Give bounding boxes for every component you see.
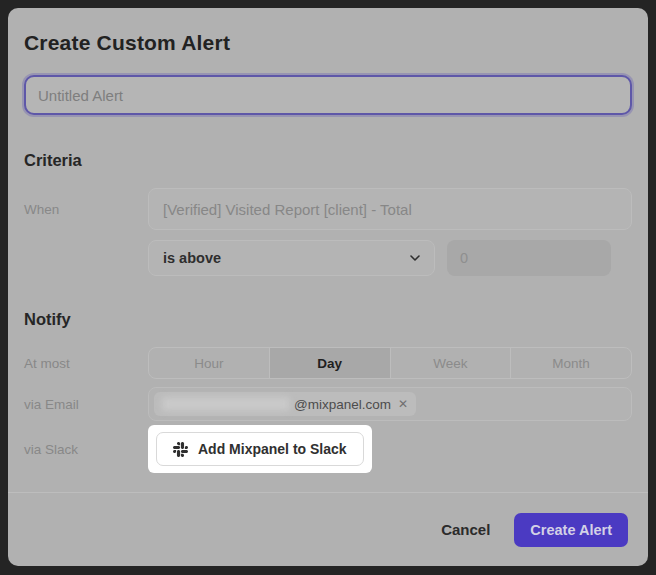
frequency-option-month[interactable]: Month <box>510 348 631 378</box>
chevron-down-icon <box>410 255 420 261</box>
dialog-title: Create Custom Alert <box>24 31 632 55</box>
slack-icon <box>173 442 188 457</box>
operator-dropdown[interactable]: is above <box>148 240 435 276</box>
create-alert-button[interactable]: Create Alert <box>514 513 628 547</box>
frequency-option-day[interactable]: Day <box>269 348 390 378</box>
via-email-label: via Email <box>24 397 148 412</box>
screen-backdrop: Create Custom Alert Criteria When [Verif… <box>0 0 656 575</box>
slack-row: via Slack <box>24 425 632 473</box>
create-custom-alert-dialog: Create Custom Alert Criteria When [Verif… <box>8 8 648 566</box>
criteria-heading: Criteria <box>24 151 632 170</box>
operator-row: is above 0 <box>24 240 632 276</box>
dialog-footer: Cancel Create Alert <box>8 492 648 566</box>
frequency-option-hour[interactable]: Hour <box>149 348 269 378</box>
when-row: When [Verified] Visited Report [client] … <box>24 188 632 230</box>
event-value: [Verified] Visited Report [client] - Tot… <box>163 201 412 218</box>
when-label: When <box>24 202 148 217</box>
email-recipients-input[interactable]: @mixpanel.com ✕ <box>148 387 632 421</box>
event-selector[interactable]: [Verified] Visited Report [client] - Tot… <box>148 188 632 230</box>
email-row: via Email @mixpanel.com ✕ <box>24 387 632 421</box>
remove-email-icon[interactable]: ✕ <box>398 398 408 410</box>
threshold-input[interactable]: 0 <box>447 240 611 276</box>
alert-name-input[interactable] <box>24 75 632 115</box>
email-chip-domain: @mixpanel.com <box>294 397 391 412</box>
frequency-segmented-control: Hour Day Week Month <box>148 347 632 379</box>
via-slack-label: via Slack <box>24 442 148 457</box>
notify-heading: Notify <box>24 310 632 329</box>
coachmark-spotlight: Add Mixpanel to Slack <box>148 425 372 473</box>
add-mixpanel-to-slack-button[interactable]: Add Mixpanel to Slack <box>156 432 364 466</box>
email-chip: @mixpanel.com ✕ <box>154 392 416 416</box>
frequency-option-week[interactable]: Week <box>390 348 511 378</box>
cancel-button[interactable]: Cancel <box>441 521 490 538</box>
frequency-row: At most Hour Day Week Month <box>24 347 632 379</box>
redacted-email-user <box>162 397 290 411</box>
slack-button-label: Add Mixpanel to Slack <box>198 441 347 457</box>
at-most-label: At most <box>24 356 148 371</box>
operator-value: is above <box>163 250 221 266</box>
threshold-value: 0 <box>460 250 468 266</box>
